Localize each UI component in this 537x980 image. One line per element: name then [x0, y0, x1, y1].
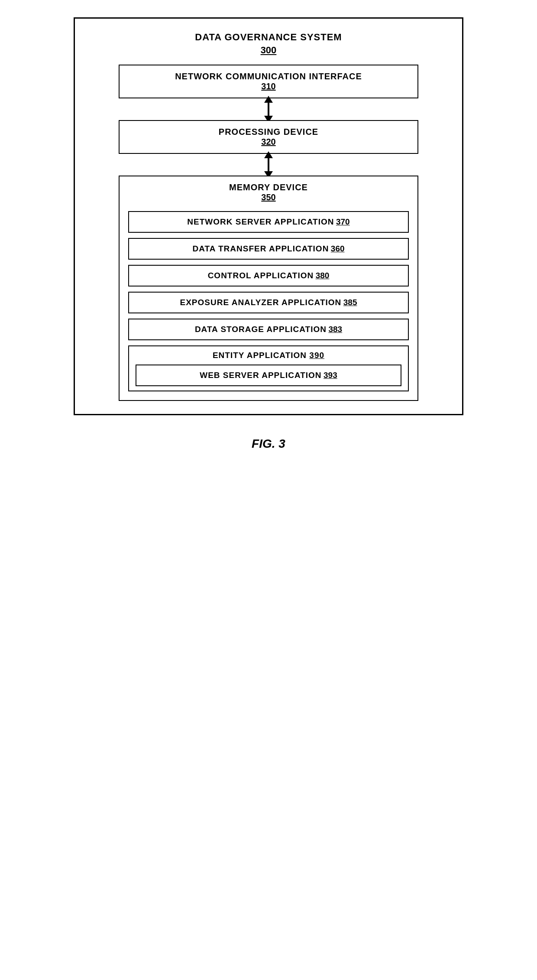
data-transfer-app-box: DATA TRANSFER APPLICATION 360 — [128, 238, 409, 260]
entity-app-title: ENTITY APPLICATION — [213, 351, 307, 360]
entity-app-number: 390 — [309, 351, 324, 360]
data-storage-app-number: 383 — [328, 325, 342, 334]
exposure-analyzer-app-title: EXPOSURE ANALYZER APPLICATION — [180, 298, 342, 307]
network-server-app-box: NETWORK SERVER APPLICATION 370 — [128, 211, 409, 233]
entity-app-title-row: ENTITY APPLICATION 390 — [136, 351, 401, 360]
arrow-head-up-2-icon — [264, 151, 273, 158]
diagram-outer-border: DATA GOVERNANCE SYSTEM 300 NETWORK COMMU… — [74, 17, 463, 415]
data-storage-app-title: DATA STORAGE APPLICATION — [195, 325, 327, 334]
arrow-head-up-icon — [264, 96, 273, 103]
web-server-app-title: WEB SERVER APPLICATION — [200, 371, 321, 380]
network-comm-title: NETWORK COMMUNICATION INTERFACE — [175, 72, 362, 81]
memory-device-box: MEMORY DEVICE 350 NETWORK SERVER APPLICA… — [119, 176, 418, 401]
processing-device-title: PROCESSING DEVICE — [219, 127, 318, 137]
bidirectional-arrow-2-icon — [264, 151, 273, 178]
arrow-2 — [264, 154, 273, 176]
memory-device-number: 350 — [124, 192, 413, 202]
control-app-title: CONTROL APPLICATION — [208, 271, 314, 280]
data-transfer-app-title: DATA TRANSFER APPLICATION — [192, 244, 329, 253]
memory-title-section: MEMORY DEVICE 350 — [120, 176, 417, 207]
exposure-analyzer-app-box: EXPOSURE ANALYZER APPLICATION 385 — [128, 292, 409, 313]
processing-device-box: PROCESSING DEVICE 320 — [119, 120, 418, 154]
web-server-app-box: WEB SERVER APPLICATION 393 — [136, 365, 401, 386]
system-title: DATA GOVERNANCE SYSTEM 300 — [195, 32, 342, 65]
arrow-shaft-icon — [268, 103, 269, 116]
processing-device-number: 320 — [261, 137, 275, 147]
system-title-text: DATA GOVERNANCE SYSTEM — [195, 32, 342, 43]
memory-inner-container: NETWORK SERVER APPLICATION 370 DATA TRAN… — [120, 207, 417, 400]
entity-app-box: ENTITY APPLICATION 390 WEB SERVER APPLIC… — [128, 345, 409, 391]
arrow-shaft-2-icon — [268, 158, 269, 171]
exposure-analyzer-app-number: 385 — [343, 298, 357, 307]
web-server-app-number: 393 — [323, 371, 337, 380]
figure-caption: FIG. 3 — [252, 437, 285, 451]
arrow-1 — [264, 98, 273, 120]
network-comm-number: 310 — [261, 81, 275, 91]
data-storage-app-box: DATA STORAGE APPLICATION 383 — [128, 319, 409, 340]
data-transfer-app-number: 360 — [331, 244, 345, 253]
memory-device-title: MEMORY DEVICE — [124, 182, 413, 192]
network-comm-box: NETWORK COMMUNICATION INTERFACE 310 — [119, 65, 418, 98]
bidirectional-arrow-icon — [264, 96, 273, 123]
system-number: 300 — [195, 45, 342, 56]
network-server-app-title: NETWORK SERVER APPLICATION — [187, 217, 334, 226]
control-app-number: 380 — [316, 271, 330, 280]
network-server-app-number: 370 — [336, 217, 350, 226]
control-app-box: CONTROL APPLICATION 380 — [128, 265, 409, 287]
page-container: DATA GOVERNANCE SYSTEM 300 NETWORK COMMU… — [74, 17, 463, 451]
